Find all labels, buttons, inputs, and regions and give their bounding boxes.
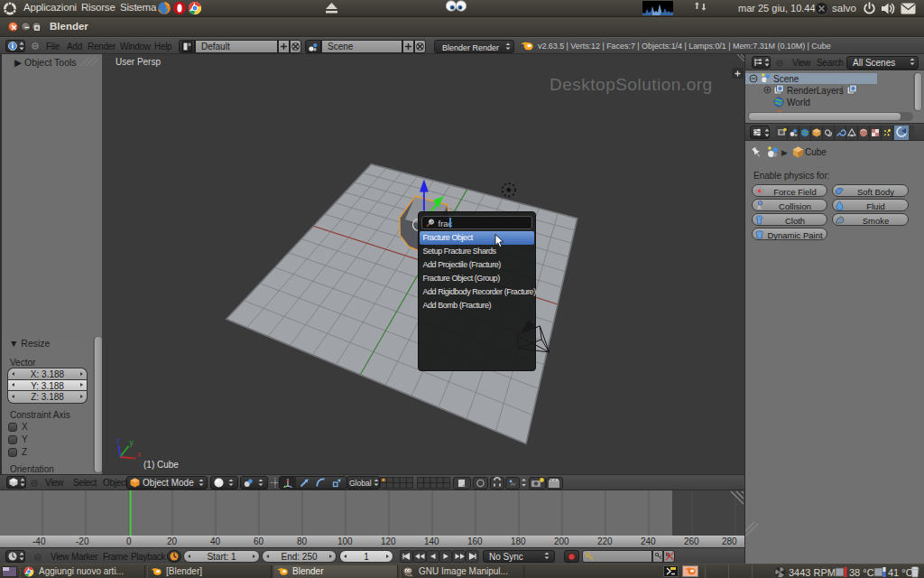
svg-text:z: z [116, 436, 120, 445]
svg-text:x: x [137, 450, 142, 459]
svg-text:y: y [130, 438, 134, 447]
